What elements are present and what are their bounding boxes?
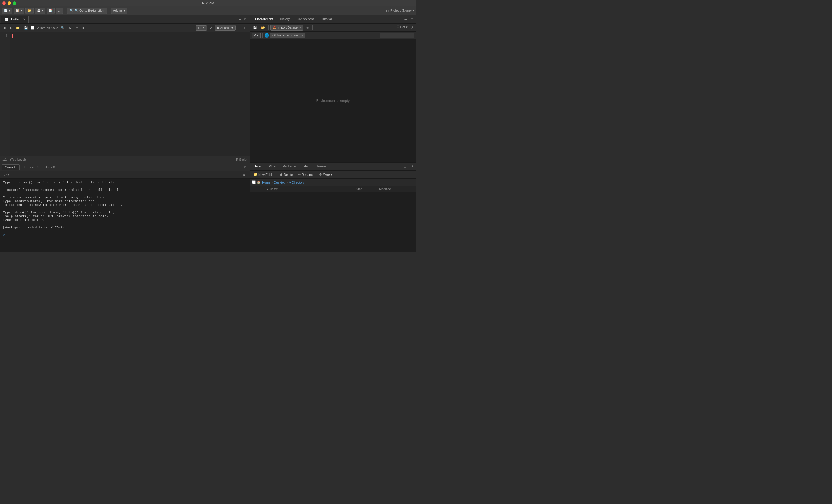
rename-button[interactable]: ✏ Rename xyxy=(296,172,315,177)
header-name-col[interactable]: ▲ Name xyxy=(266,187,356,191)
open-file-button[interactable]: 📂 xyxy=(25,7,33,14)
tab-connections[interactable]: Connections xyxy=(293,15,318,23)
source-on-save-checkbox[interactable] xyxy=(31,26,34,30)
tools-button[interactable]: ⚙ xyxy=(67,25,73,30)
jobs-close-icon[interactable]: ✕ xyxy=(53,165,55,169)
breadcrumb-home[interactable]: Home xyxy=(262,181,270,184)
re-run-button[interactable]: ↺ xyxy=(208,25,213,30)
breadcrumb-desktop[interactable]: Desktop xyxy=(274,181,285,184)
save-all-icon: 📑 xyxy=(49,9,53,12)
files-tab-bar: Files Plots Packages Help Viewer ─ □ ↺ xyxy=(250,163,416,171)
show-in-files-button[interactable]: 📁 xyxy=(15,25,21,30)
back-button[interactable]: ◀ xyxy=(2,25,7,30)
files-refresh-button[interactable]: ↺ xyxy=(409,164,414,169)
tab-console[interactable]: Console xyxy=(2,164,20,170)
tab-tutorial[interactable]: Tutorial xyxy=(318,15,335,23)
stop-button[interactable]: ■ xyxy=(81,26,86,30)
navigate-forward-icon: ↪ xyxy=(6,173,9,177)
console-line-blank-4 xyxy=(3,222,247,225)
editor-tab-bar: 📄 Untitled1 ✕ ─ □ xyxy=(0,15,250,24)
new-project-button[interactable]: 📋▾ xyxy=(14,7,24,14)
tab-history[interactable]: History xyxy=(277,15,293,23)
open-icon: 📂 xyxy=(27,9,31,12)
header-size-col[interactable]: Size xyxy=(356,187,379,191)
r-version-dropdown[interactable]: R ▾ xyxy=(252,33,261,38)
new-folder-button[interactable]: 📁 New Folder xyxy=(252,172,276,177)
delete-button[interactable]: 🗑 Delete xyxy=(278,173,295,177)
env-toolbar: 💾 📂 📥 Import Dataset ▾ 🗑 ☰ List ▾ ↺ xyxy=(250,24,416,32)
window-controls xyxy=(2,1,16,5)
editor-tab-actions: ─ □ xyxy=(237,17,250,22)
close-button[interactable] xyxy=(2,1,6,5)
global-env-button[interactable]: Global Environment ▾ xyxy=(270,33,305,38)
breadcrumb-checkbox[interactable] xyxy=(252,180,256,185)
editor-maximize-btn[interactable]: □ xyxy=(243,26,248,30)
clear-console-button[interactable]: 🗑 xyxy=(241,173,247,177)
main-layout: 📄 Untitled1 ✕ ─ □ ◀ ▶ 📁 💾 Source on Save xyxy=(0,15,416,252)
save-button[interactable]: 💾▾ xyxy=(35,7,45,14)
app-title: RStudio xyxy=(202,1,214,5)
console-minimize-button[interactable]: ─ xyxy=(237,165,242,169)
console-line-blank-1 xyxy=(3,184,247,188)
env-load-button[interactable]: 📂 xyxy=(260,25,267,30)
code-editor[interactable] xyxy=(10,32,250,156)
minimize-button[interactable] xyxy=(7,1,11,5)
addins-button[interactable]: Addins ▾ xyxy=(111,7,127,14)
breadcrumb-more-button[interactable]: ⋯ xyxy=(408,180,414,185)
tab-plots[interactable]: Plots xyxy=(265,163,279,170)
list-dropdown[interactable]: ☰ List ▾ xyxy=(396,25,408,30)
left-panel: 📄 Untitled1 ✕ ─ □ ◀ ▶ 📁 💾 Source on Save xyxy=(0,15,250,252)
minimize-editor-button[interactable]: ─ xyxy=(237,17,243,22)
tab-jobs[interactable]: Jobs ✕ xyxy=(42,165,58,170)
tab-viewer[interactable]: Viewer xyxy=(314,163,330,170)
select-all-checkbox[interactable] xyxy=(252,180,256,184)
source-button[interactable]: ▶ Source ▾ xyxy=(215,25,236,31)
source-on-save-toggle[interactable]: Source on Save xyxy=(31,26,58,30)
tab-files[interactable]: Files xyxy=(252,163,265,170)
files-minimize-button[interactable]: ─ xyxy=(397,164,402,169)
editor-minimize-btn[interactable]: ─ xyxy=(237,26,242,30)
code-tools-button[interactable]: ✏ xyxy=(74,25,80,30)
save-editor-button[interactable]: 💾 xyxy=(23,25,29,30)
text-cursor xyxy=(12,34,13,38)
goto-button[interactable]: 🔍 🔍 Go to file/function xyxy=(67,7,107,14)
editor-tab-untitled1[interactable]: 📄 Untitled1 ✕ xyxy=(1,16,29,23)
terminal-close-icon[interactable]: ✕ xyxy=(36,165,39,169)
list-icon: ☰ xyxy=(396,25,399,29)
env-maximize-button[interactable]: □ xyxy=(409,17,414,22)
header-modified-col[interactable]: Modified xyxy=(379,187,414,191)
env-tab-bar: Environment History Connections Tutorial… xyxy=(250,15,416,24)
file-type-label[interactable]: R Script xyxy=(236,158,247,161)
env-clear-button[interactable]: 🗑 xyxy=(305,25,311,30)
more-button[interactable]: ⚙ More ▾ xyxy=(317,172,334,177)
tab-help[interactable]: Help xyxy=(300,163,314,170)
run-button[interactable]: Run xyxy=(196,25,207,31)
breadcrumb-sep-1: › xyxy=(271,181,273,184)
parent-dir-label[interactable]: .. xyxy=(266,193,356,197)
maximize-editor-button[interactable]: □ xyxy=(243,17,248,22)
new-file-button[interactable]: 📄▾ xyxy=(2,7,12,14)
import-dataset-button[interactable]: 📥 Import Dataset ▾ xyxy=(270,25,303,31)
find-button[interactable]: 🔍 xyxy=(59,25,66,30)
console-maximize-button[interactable]: □ xyxy=(243,165,248,169)
env-search-input[interactable] xyxy=(380,33,414,38)
tab-close-button[interactable]: ✕ xyxy=(23,18,25,21)
env-minimize-button[interactable]: ─ xyxy=(403,17,409,22)
maximize-button[interactable] xyxy=(13,1,16,5)
console-output[interactable]: Type 'license()' or 'licence()' for dist… xyxy=(0,179,250,252)
tab-environment[interactable]: Environment xyxy=(252,15,277,23)
forward-button[interactable]: ▶ xyxy=(8,25,13,30)
env-sep-2 xyxy=(312,25,313,30)
print-button[interactable]: 🖨 xyxy=(56,7,63,14)
list-item[interactable]: ↑ .. xyxy=(250,192,416,198)
save-all-button[interactable]: 📑 xyxy=(47,7,55,14)
env-save-button[interactable]: 💾 xyxy=(252,25,259,30)
tab-terminal[interactable]: Terminal ✕ xyxy=(20,165,42,170)
editor-content: 1 xyxy=(0,32,250,156)
files-maximize-button[interactable]: □ xyxy=(403,164,408,169)
tab-packages[interactable]: Packages xyxy=(279,163,300,170)
console-line-8: Type 'q()' to quit R. xyxy=(3,218,247,222)
env-tab-actions: ─ □ xyxy=(403,17,414,22)
breadcrumb-dir[interactable]: A Directory xyxy=(289,181,305,184)
env-refresh-button[interactable]: ↺ xyxy=(409,25,414,30)
